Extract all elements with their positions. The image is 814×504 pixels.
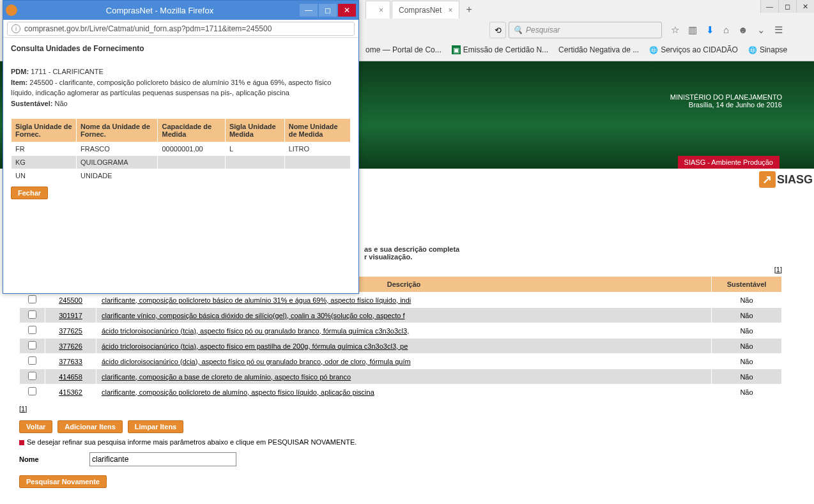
- row-checkbox[interactable]: [28, 372, 36, 380]
- chat-icon[interactable]: ☻: [738, 24, 748, 36]
- row-description[interactable]: ácido dicloroisocianúrico (dcia), aspect…: [96, 354, 712, 369]
- voltar-button[interactable]: Voltar: [19, 420, 52, 433]
- uth-capacidade: Capacidade de Medida: [158, 118, 225, 142]
- row-description[interactable]: clarificante, composição policloreto bás…: [96, 293, 712, 308]
- row-checkbox[interactable]: [28, 295, 36, 303]
- page-1-link[interactable]: 1: [776, 266, 780, 273]
- row-description[interactable]: clarificante vínico, composição básica d…: [96, 308, 712, 323]
- row-sustentavel: Não: [712, 323, 782, 339]
- table-row: 377633ácido dicloroisocianúrico (dcia), …: [20, 354, 782, 369]
- page-1-link-bottom[interactable]: 1: [21, 405, 25, 413]
- row-sustentavel: Não: [712, 293, 782, 308]
- tab-close-icon[interactable]: ×: [448, 6, 452, 15]
- row-code[interactable]: 301917: [45, 308, 96, 323]
- pesquisar-novamente-button[interactable]: Pesquisar Novamente: [19, 475, 107, 488]
- row-code[interactable]: 377626: [45, 339, 96, 354]
- adicionar-itens-button[interactable]: Adicionar Itens: [58, 420, 122, 433]
- cert-icon: ▣: [452, 45, 461, 54]
- popup-url-text: comprasnet.gov.br/Livre/Catmat/unid_forn…: [24, 24, 272, 33]
- popup-title-text: ComprasNet - Mozilla Firefox: [21, 6, 298, 15]
- row-code[interactable]: 414658: [45, 369, 96, 385]
- table-row: 301917clarificante vínico, composição bá…: [20, 308, 782, 323]
- results-table: Descrição Sustentável 245500clarificante…: [19, 276, 782, 400]
- globe-icon: 🌐: [649, 45, 658, 54]
- pager-bottom: [1]: [19, 405, 795, 413]
- siasg-badge: SIASG - Ambiente Produção: [678, 156, 779, 169]
- globe-icon: 🌐: [748, 45, 757, 54]
- menu-icon[interactable]: ☰: [774, 24, 783, 36]
- th-sustentavel: Sustentável: [712, 277, 782, 293]
- new-tab-button[interactable]: +: [461, 4, 477, 15]
- row-checkbox-cell: [20, 308, 45, 323]
- library-icon[interactable]: ▥: [688, 24, 697, 36]
- row-checkbox[interactable]: [28, 341, 36, 349]
- bookmark-negativa[interactable]: Certidão Negativa de ...: [558, 45, 639, 54]
- search-icon: 🔍: [513, 26, 523, 34]
- refine-hint: Se desejar refinar sua pesquisa informe …: [19, 438, 795, 446]
- limpar-itens-button[interactable]: Limpar Itens: [128, 420, 183, 433]
- nome-row: Nome: [19, 452, 795, 466]
- row-checkbox[interactable]: [28, 326, 36, 334]
- reload-button[interactable]: ⟲: [489, 22, 506, 38]
- row-code[interactable]: 377625: [45, 323, 96, 339]
- ministry-info: MINISTÉRIO DO PLANEJAMENTO Brasília, 14 …: [670, 93, 782, 109]
- row-checkbox[interactable]: [28, 387, 36, 395]
- row-sustentavel: Não: [712, 354, 782, 369]
- bookmark-star-icon[interactable]: ☆: [671, 24, 679, 36]
- nav-icons: ☆ ▥ ⬇ ⌂ ☻ ⌄ ☰: [671, 24, 783, 36]
- table-row: 377625ácido tricloroisocianúrico (tcia),…: [20, 323, 782, 339]
- info-icon: i: [12, 24, 20, 33]
- pocket-icon[interactable]: ⌄: [757, 24, 765, 36]
- nome-input[interactable]: [89, 452, 236, 466]
- action-buttons: Voltar Adicionar Itens Limpar Itens: [19, 420, 795, 433]
- table-row: 245500clarificante, composição policlore…: [20, 293, 782, 308]
- search-input[interactable]: 🔍 Pesquisar: [509, 22, 662, 38]
- bookmark-portal[interactable]: ome — Portal de Co...: [365, 45, 442, 54]
- popup-url-input[interactable]: i comprasnet.gov.br/Livre/Catmat/unid_fo…: [7, 22, 355, 36]
- unit-row: FRFRASCO00000001,00LLITRO: [12, 142, 351, 155]
- nome-label: Nome: [19, 455, 83, 463]
- row-checkbox-cell: [20, 323, 45, 339]
- popup-body: Consulta Unidades de Fornecimento PDM: 1…: [3, 38, 358, 206]
- row-code[interactable]: 377633: [45, 354, 96, 369]
- row-description[interactable]: ácido tricloroisocianúrico (tcia), aspec…: [96, 323, 712, 339]
- popup-titlebar[interactable]: ComprasNet - Mozilla Firefox — ◻ ✕: [3, 1, 358, 20]
- header-date: Brasília, 14 de Junho de 2016: [670, 101, 782, 109]
- row-checkbox[interactable]: [28, 310, 36, 319]
- unit-capacidade: 00000001,00: [158, 142, 225, 155]
- table-row: 415362clarificante, composição policlore…: [20, 385, 782, 400]
- unit-nome-medida: [284, 155, 350, 169]
- uth-nome-fornec: Nome da Unidade de Fornec.: [77, 118, 158, 142]
- home-icon[interactable]: ⌂: [723, 24, 729, 36]
- row-code[interactable]: 415362: [45, 385, 96, 400]
- downloads-icon[interactable]: ⬇: [706, 24, 714, 36]
- row-checkbox[interactable]: [28, 356, 36, 365]
- row-checkbox-cell: [20, 339, 45, 354]
- popup-close-button[interactable]: ✕: [338, 4, 356, 17]
- popup-minimize-button[interactable]: —: [300, 4, 318, 17]
- tab-close-icon[interactable]: ×: [379, 6, 383, 15]
- tab-1[interactable]: ×: [365, 1, 390, 19]
- popup-maximize-button[interactable]: ◻: [319, 4, 337, 17]
- unit-sigla-fornec: KG: [12, 155, 77, 169]
- unit-sigla-fornec: UN: [12, 169, 77, 182]
- row-description[interactable]: clarificante, composição a base de clore…: [96, 369, 712, 385]
- row-description[interactable]: clarificante, composição policloreto de …: [96, 385, 712, 400]
- window-close-button[interactable]: ✕: [796, 0, 814, 13]
- bookmark-cidadao[interactable]: 🌐Serviços ao CIDADÃO: [649, 45, 738, 54]
- fechar-button[interactable]: Fechar: [11, 187, 48, 199]
- tab-comprasnet[interactable]: ComprasNet ×: [392, 1, 459, 19]
- row-code[interactable]: 245500: [45, 293, 96, 308]
- window-maximize-button[interactable]: ◻: [778, 0, 796, 13]
- bookmark-sinapse[interactable]: 🌐Sinapse: [748, 45, 787, 54]
- window-minimize-button[interactable]: —: [760, 0, 778, 13]
- row-checkbox-cell: [20, 385, 45, 400]
- pdm-label: PDM:: [11, 68, 29, 75]
- bookmark-certidao[interactable]: ▣Emissão de Certidão N...: [452, 45, 548, 54]
- popup-urlbar: i comprasnet.gov.br/Livre/Catmat/unid_fo…: [3, 20, 358, 38]
- item-value: 245500 - clarificante, composição policl…: [11, 79, 331, 96]
- row-sustentavel: Não: [712, 385, 782, 400]
- row-sustentavel: Não: [712, 308, 782, 323]
- row-description[interactable]: ácido tricloroisocianúrico (tcia), aspec…: [96, 339, 712, 354]
- unit-table: Sigla Unidade de Fornec. Nome da Unidade…: [11, 118, 351, 183]
